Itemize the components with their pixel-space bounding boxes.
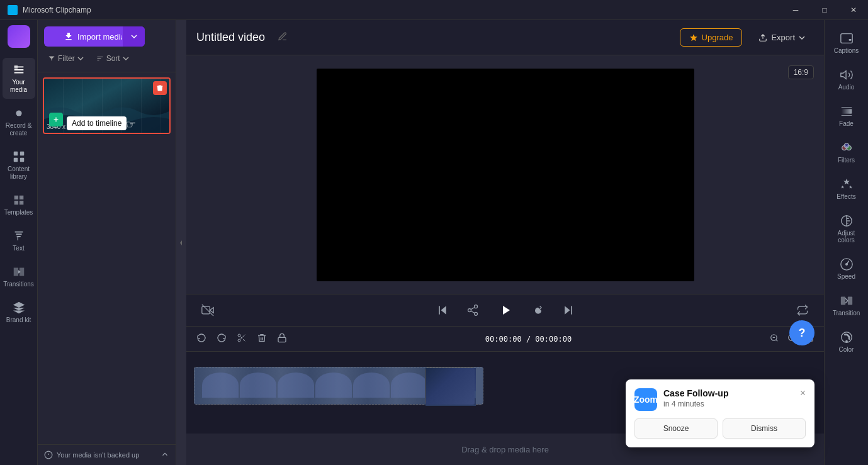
svg-rect-9: [202, 306, 210, 314]
skip-forward-button[interactable]: [560, 301, 577, 319]
right-tool-label: Audio: [838, 84, 855, 91]
sidebar-item-brand-kit[interactable]: Brand kit: [3, 296, 35, 329]
right-tool-filters[interactable]: Filters: [826, 135, 867, 170]
svg-line-16: [471, 307, 475, 309]
sidebar-item-your-media[interactable]: Your media: [3, 58, 35, 99]
undo-icon: [196, 333, 206, 343]
right-tool-effects[interactable]: Effects: [826, 171, 867, 206]
lock-button[interactable]: [274, 330, 290, 348]
forward-5-button[interactable]: 5: [529, 301, 547, 319]
svg-rect-3: [20, 152, 23, 155]
right-tool-color[interactable]: Color: [826, 324, 867, 359]
sidebar-item-text[interactable]: T Text: [3, 224, 35, 257]
video-track-bar[interactable]: [194, 367, 483, 405]
delete-button[interactable]: [254, 330, 269, 348]
lock-icon: [277, 333, 287, 343]
backup-chevron-icon[interactable]: [161, 450, 169, 460]
app-name: Microsoft Clipchamp: [23, 6, 91, 14]
delete-media-button[interactable]: [153, 81, 167, 95]
export-button[interactable]: Export: [750, 29, 814, 46]
timeline-toolbar: 00:00:00 / 00:00:00: [186, 327, 824, 352]
svg-rect-46: [840, 297, 845, 305]
top-bar: Untitled video Upgrade Export: [186, 20, 824, 55]
loop-icon: [796, 304, 809, 317]
add-to-timeline-button[interactable]: [49, 113, 63, 126]
dismiss-button[interactable]: Dismiss: [723, 418, 806, 439]
camera-icon: [201, 304, 214, 317]
play-icon: [498, 303, 513, 318]
redo-button[interactable]: [214, 330, 229, 348]
right-tool-captions[interactable]: Captions: [826, 25, 867, 60]
project-title: Untitled video: [196, 31, 265, 44]
right-tool-speed[interactable]: Speed: [826, 251, 867, 286]
import-btn-dropdown[interactable]: [122, 26, 145, 47]
video-preview: [186, 55, 824, 294]
right-tool-fade[interactable]: Fade: [826, 98, 867, 133]
skip-forward-icon: [562, 304, 575, 317]
fade-icon: [840, 104, 854, 118]
sidebar-item-templates[interactable]: Templates: [3, 188, 35, 221]
filter-sort-row: Filter Sort: [44, 52, 169, 65]
minimize-button[interactable]: ─: [781, 0, 810, 20]
right-tool-label: Transition: [833, 310, 860, 317]
zoom-out-button[interactable]: [767, 331, 781, 347]
right-tool-adjust-colors[interactable]: Adjust colors: [826, 208, 867, 250]
plus-icon: [52, 116, 60, 123]
right-tool-label: Color: [839, 346, 854, 353]
upgrade-button[interactable]: Upgrade: [680, 28, 743, 47]
sidebar-item-transitions[interactable]: Transitions: [3, 260, 35, 293]
media-item[interactable]: Add to timeline ☞ 3840 x 2160 Vid...: [43, 77, 171, 134]
svg-rect-35: [841, 109, 852, 113]
speed-icon: [840, 257, 854, 271]
maximize-button[interactable]: □: [810, 0, 839, 20]
svg-text:5: 5: [536, 310, 538, 314]
scissors-icon: [237, 333, 247, 343]
sidebar: Your media Record & create Content libra…: [0, 20, 38, 465]
add-to-timeline-tooltip: Add to timeline: [67, 116, 127, 130]
panel-collapse-handle[interactable]: [176, 20, 186, 465]
snooze-button[interactable]: Snooze: [634, 418, 718, 439]
split-button[interactable]: [234, 330, 249, 348]
svg-rect-4: [13, 158, 17, 162]
svg-point-14: [474, 312, 477, 315]
svg-point-20: [238, 339, 240, 342]
right-sidebar: Captions Audio Fade: [824, 20, 868, 465]
skip-back-button[interactable]: [434, 301, 451, 319]
sidebar-item-content-library[interactable]: Content library: [3, 145, 35, 186]
close-button[interactable]: ✕: [839, 0, 868, 20]
content-library-icon: [12, 150, 26, 164]
import-media-button[interactable]: Import media: [44, 26, 145, 47]
share-button[interactable]: [464, 301, 482, 319]
right-tool-label: Speed: [837, 273, 855, 280]
right-tool-transition[interactable]: Transition: [826, 288, 867, 323]
right-tool-label: Effects: [837, 193, 855, 200]
svg-rect-5: [20, 158, 23, 162]
filter-button[interactable]: Filter: [44, 52, 87, 65]
transition-icon: [840, 294, 854, 308]
svg-rect-34: [848, 39, 851, 41]
play-button[interactable]: [494, 299, 517, 322]
svg-line-23: [240, 336, 242, 338]
text-icon: T: [12, 229, 26, 243]
notification-close-button[interactable]: ×: [800, 388, 806, 398]
track-thumbnail: [425, 367, 475, 405]
export-chevron-icon: [799, 35, 805, 41]
right-tool-audio[interactable]: Audio: [826, 62, 867, 97]
loop-button[interactable]: [794, 301, 811, 319]
rename-icon[interactable]: [278, 31, 288, 44]
help-button[interactable]: ?: [789, 320, 814, 345]
chevron-down-icon: [131, 33, 137, 40]
sidebar-item-record-create[interactable]: Record & create: [3, 101, 35, 142]
svg-rect-0: [14, 65, 18, 69]
camera-off-button[interactable]: [199, 301, 217, 319]
svg-line-26: [776, 339, 778, 341]
collapse-icon: [178, 237, 184, 249]
sort-button[interactable]: Sort: [93, 52, 133, 65]
undo-button[interactable]: [194, 330, 209, 348]
svg-rect-11: [439, 306, 440, 314]
filter-chevron-icon: [77, 55, 84, 62]
share-icon: [466, 304, 479, 317]
trash-icon: [156, 84, 164, 92]
aspect-ratio-badge: 16:9: [788, 65, 814, 79]
zoom-notification: Zoom Case Follow-up in 4 minutes × Snooz…: [626, 379, 814, 447]
